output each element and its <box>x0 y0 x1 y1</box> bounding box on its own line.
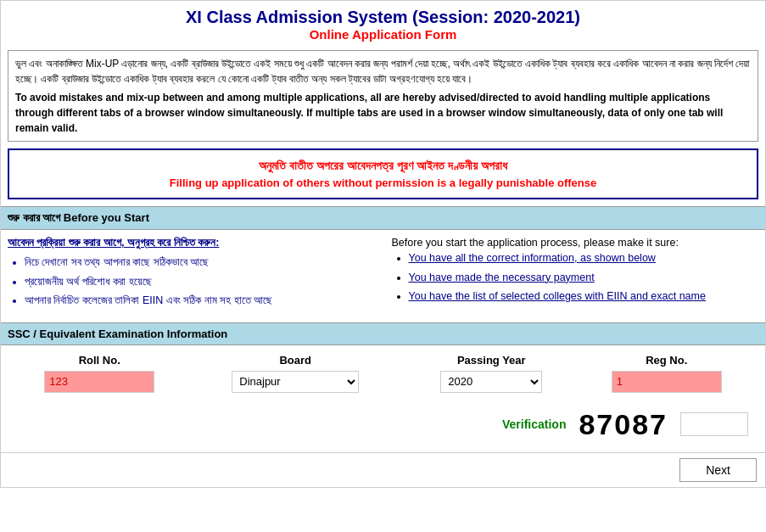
ssc-section: SSC / Equivalent Examination Information… <box>1 322 765 400</box>
year-group: Passing Year 2020 2019 2018 2017 <box>408 354 574 393</box>
board-group: Board Dinajpur Dhaka Rajshahi Chittagong… <box>191 354 400 393</box>
page-title: XI Class Admission System (Session: 2020… <box>4 8 762 27</box>
year-select[interactable]: 2020 2019 2018 2017 <box>440 371 542 393</box>
reg-input[interactable] <box>612 371 722 393</box>
ssc-section-header: SSC / Equivalent Examination Information <box>1 322 765 345</box>
captcha-number: 87087 <box>579 408 668 441</box>
before-start-right-intro: Before you start the application process… <box>392 237 759 249</box>
bottom-bar: Next <box>1 452 765 487</box>
list-item: You have made the necessary payment <box>409 268 759 288</box>
board-label: Board <box>279 354 311 367</box>
list-item: নিচে দেখানো সব তথ্য আপনার কাছে সঠিকভাবে … <box>25 253 375 272</box>
warning-box: ভুল এবং অনাকাঙ্ক্ষিত Mix-UP এড়ানোর জন্য… <box>8 50 758 142</box>
header: XI Class Admission System (Session: 2020… <box>1 1 765 45</box>
warning-english: To avoid mistakes and mix-up between and… <box>15 90 751 136</box>
year-label: Passing Year <box>457 354 526 367</box>
roll-label: Roll No. <box>79 354 120 367</box>
notice-bengali: অনুমতি বাতীত অপরের আবেদনপত্র পূরণ আইনত দ… <box>18 159 748 173</box>
before-start-left-heading: আবেদন প্রক্রিয়া শুরু করার আগে, অনুগ্রহ … <box>8 237 375 249</box>
before-start-content: আবেদন প্রক্রিয়া শুরু করার আগে, অনুগ্রহ … <box>1 230 765 317</box>
warning-bengali: ভুল এবং অনাকাঙ্ক্ষিত Mix-UP এড়ানোর জন্য… <box>15 56 751 87</box>
roll-group: Roll No. <box>16 354 182 393</box>
list-item: You have all the correct information, as… <box>409 249 759 268</box>
reg-label: Reg No. <box>646 354 687 367</box>
verification-label: Verification <box>502 417 566 431</box>
captcha-input[interactable] <box>680 412 748 436</box>
before-start-left-list: নিচে দেখানো সব তথ্য আপনার কাছে সঠিকভাবে … <box>8 253 375 311</box>
ssc-form-area: Roll No. Board Dinajpur Dhaka Rajshahi C… <box>1 345 765 400</box>
roll-input[interactable] <box>44 371 154 393</box>
notice-english: Filling up application of others without… <box>18 176 748 189</box>
reg-group: Reg No. <box>584 354 750 393</box>
before-start-header: শুরু করার আগে Before you Start <box>1 206 765 230</box>
list-item: You have the list of selected colleges w… <box>409 287 759 306</box>
before-start-right: Before you start the application process… <box>392 237 759 311</box>
board-select[interactable]: Dinajpur Dhaka Rajshahi Chittagong Comil… <box>232 371 359 393</box>
before-start-right-list: You have all the correct information, as… <box>392 249 759 306</box>
verification-area: Verification 87087 <box>1 400 765 445</box>
list-item: প্রয়োজনীয় অর্থ পরিশোধ করা হয়েছে <box>25 272 375 292</box>
ssc-form-row: Roll No. Board Dinajpur Dhaka Rajshahi C… <box>8 354 758 393</box>
main-container: XI Class Admission System (Session: 2020… <box>0 0 766 488</box>
before-start-left: আবেদন প্রক্রিয়া শুরু করার আগে, অনুগ্রহ … <box>8 237 375 311</box>
list-item: আপনার নির্বাচিত কলেজের তালিকা EIIN এবং স… <box>25 291 375 311</box>
page-subtitle: Online Application Form <box>4 27 762 42</box>
next-button[interactable]: Next <box>679 458 757 482</box>
notice-box: অনুমতি বাতীত অপরের আবেদনপত্র পূরণ আইনত দ… <box>8 148 758 199</box>
